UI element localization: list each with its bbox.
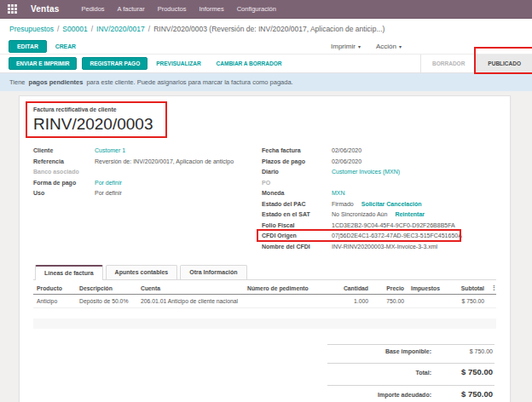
field-diario: Diario Customer Invoices (MXN)	[262, 167, 496, 178]
field-nombre-del-cfdi: Nombre del CFDI INV-RINV20200003-MX-Invo…	[262, 242, 496, 253]
dropdown-menus: Imprimir▾ Acción▾	[331, 38, 402, 54]
tab-lineas-de-factura[interactable]: Líneas de factura	[35, 265, 103, 280]
document-type-label: Factura rectificativa de cliente	[33, 106, 153, 112]
action-dropdown[interactable]: Acción▾	[376, 43, 402, 50]
empty-row	[33, 308, 496, 319]
print-dropdown[interactable]: Imprimir▾	[331, 43, 361, 50]
col-impuestos: Impuestos	[408, 281, 443, 295]
cell-descripcion: Depósito de 50.0%	[76, 295, 137, 308]
apps-menu-icon[interactable]	[8, 4, 17, 14]
alert-bold-text: pagos pendientes	[29, 78, 84, 86]
field-po: PO	[262, 178, 496, 189]
column-options-icon[interactable]: ⋮	[488, 281, 496, 295]
reintentar-link[interactable]: Reintentar	[395, 210, 425, 221]
forma-pago-value-link[interactable]: Por definir	[95, 178, 122, 189]
breadcrumb-separator: /	[57, 25, 59, 33]
invoice-form-sheet: Factura rectificativa de cliente RINV/20…	[19, 95, 511, 402]
col-cuenta: Cuenta	[137, 281, 244, 295]
status-pipeline: BORRADOR PUBLICADO	[420, 55, 532, 72]
cell-cuenta: 206.01.01 Anticipo de cliente nacional	[137, 295, 244, 308]
register-payment-button[interactable]: REGISTRAR PAGO	[82, 57, 147, 70]
field-fecha-factura: Fecha factura 02/06/2020	[262, 146, 496, 157]
nav-item-a-facturar[interactable]: A facturar	[118, 5, 145, 13]
cell-producto: Anticipo	[33, 295, 76, 308]
col-numero-pedimento: Número de pedimento	[244, 281, 329, 295]
nav-item-productos[interactable]: Productos	[158, 5, 187, 13]
form-action-row: EDITAR CREAR Imprimir▾ Acción▾	[0, 38, 532, 54]
field-forma-de-pago: Forma de pago Por definir	[33, 178, 256, 189]
document-title-block: Factura rectificativa de cliente RINV/20…	[33, 106, 153, 134]
total-importe-adeudado: Importe adeudado: $ 750.00	[327, 385, 494, 401]
field-estado-en-el-sat: Estado en el SAT No Sincronizado Aún Rei…	[262, 210, 496, 221]
breadcrumb-separator: /	[148, 25, 150, 33]
caret-down-icon: ▾	[358, 44, 361, 49]
field-moneda: Moneda MXN	[262, 188, 496, 199]
nav-item-informes[interactable]: Informes	[199, 5, 223, 13]
totals-block: Base imponible: $ 750.00 Total: $ 750.00…	[327, 344, 494, 401]
invoice-line-row[interactable]: Anticipo Depósito de 50.0% 206.01.01 Ant…	[33, 295, 496, 308]
breadcrumb-link-inv-2020-0017[interactable]: INV/2020/0017	[96, 25, 145, 33]
field-cliente: Cliente Customer 1	[33, 146, 256, 157]
breadcrumb-link-s00001[interactable]: S00001	[62, 25, 87, 33]
create-button[interactable]: CREAR	[55, 43, 76, 49]
tab-otra-informacion[interactable]: Otra Información	[180, 265, 246, 279]
statusbar: ENVIAR E IMPRIMIR REGISTRAR PAGO PREVISU…	[0, 54, 532, 73]
invoice-lines-table: Producto Descripción Cuenta Número de pe…	[33, 281, 496, 329]
solicitar-cancelacion-link[interactable]: Solicitar Cancelación	[361, 199, 422, 210]
field-folio-fiscal: Folio Fiscal 1CD3E2B2-9C04-45F4-9CF0-D92…	[262, 221, 496, 232]
moneda-value-link[interactable]: MXN	[332, 188, 345, 199]
document-name: RINV/2020/0003	[33, 115, 153, 134]
send-print-button[interactable]: ENVIAR E IMPRIMIR	[9, 57, 77, 70]
top-nav-bar: Ventas Pedidos A facturar Productos Info…	[0, 0, 532, 19]
cliente-value-link[interactable]: Customer 1	[95, 146, 125, 157]
cell-impuestos	[408, 295, 443, 308]
cell-subtotal: $ 750.00	[443, 295, 488, 308]
breadcrumb-separator: /	[91, 25, 93, 33]
odoo-invoice-window: Ventas Pedidos A facturar Productos Info…	[0, 0, 532, 402]
caret-down-icon: ▾	[399, 44, 402, 49]
nav-item-pedidos[interactable]: Pedidos	[81, 5, 104, 13]
col-cantidad: Cantidad	[329, 281, 372, 295]
outstanding-payments-alert: Tiene pagos pendientes para este cliente…	[0, 73, 532, 91]
cell-cantidad: 1.000	[329, 295, 372, 308]
fields-left-column: Cliente Customer 1 Referencia Reversión …	[33, 146, 256, 252]
form-fields: Cliente Customer 1 Referencia Reversión …	[33, 146, 496, 252]
nav-item-configuracion[interactable]: Configuración	[237, 5, 276, 13]
edit-button[interactable]: EDITAR	[9, 40, 47, 53]
field-uso: Uso Por definir	[33, 188, 256, 199]
col-producto: Producto	[33, 281, 76, 295]
field-cfdi-origen: CFDI Origen 07|56D2E4C1-6372-47AD-9EC3-5…	[262, 231, 496, 242]
table-header-row: Producto Descripción Cuenta Número de pe…	[33, 281, 496, 295]
breadcrumb-current: RINV/2020/0003 (Reversión de: INV/2020/0…	[153, 25, 385, 33]
field-referencia: Referencia Reversión de: INV/2020/0017, …	[33, 157, 256, 168]
field-plazos-de-pago: Plazos de pago 02/06/2020	[262, 157, 496, 168]
empty-row	[33, 319, 496, 329]
content-area: Factura rectificativa de cliente RINV/20…	[0, 91, 532, 402]
reset-to-draft-button[interactable]: CAMBIAR A BORRADOR	[217, 60, 282, 66]
fields-right-column: Fecha factura 02/06/2020 Plazos de pago …	[262, 146, 496, 252]
app-name-ventas[interactable]: Ventas	[31, 4, 59, 14]
col-precio: Precio	[372, 281, 408, 295]
tab-apuntes-contables[interactable]: Apuntes contables	[106, 265, 178, 279]
notebook-tabs: Líneas de factura Apuntes contables Otra…	[33, 265, 496, 280]
status-borrador[interactable]: BORRADOR	[420, 55, 476, 72]
breadcrumb: Presupuestos / S00001 / INV/2020/0017 / …	[0, 19, 532, 38]
preview-button[interactable]: PREVISUALIZAR	[156, 60, 200, 66]
field-banco-asociado: Banco asociado	[33, 167, 256, 178]
cell-precio: 750.00	[372, 295, 408, 308]
cell-pedimento	[244, 295, 329, 308]
col-descripcion: Descripción	[76, 281, 137, 295]
status-publicado[interactable]: PUBLICADO	[476, 55, 532, 72]
breadcrumb-link-presupuestos[interactable]: Presupuestos	[9, 25, 54, 33]
field-estado-del-pac: Estado del PAC Firmado Solicitar Cancela…	[262, 199, 496, 210]
diario-value-link[interactable]: Customer Invoices (MXN)	[332, 167, 400, 178]
total-base-imponible: Base imponible: $ 750.00	[327, 344, 494, 357]
col-subtotal: Subtotal	[443, 281, 488, 295]
total-total: Total: $ 750.00	[327, 363, 494, 379]
